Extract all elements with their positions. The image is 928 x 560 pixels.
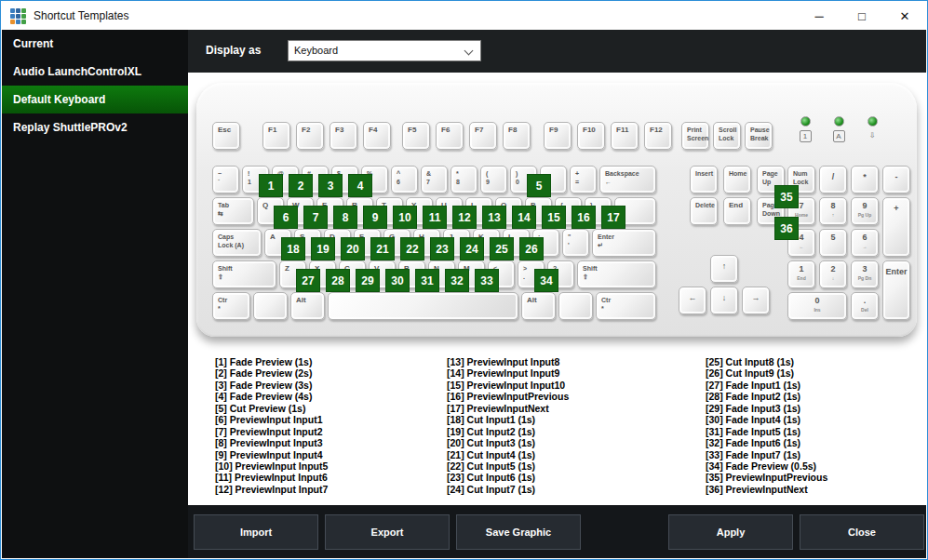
title-bar[interactable]: Shortcut Templates ─ □ ✕ <box>2 2 926 30</box>
shortcut-templates-window: Shortcut Templates ─ □ ✕ Current Audio L… <box>0 0 928 560</box>
key-symbol: ↑ <box>710 255 738 283</box>
key-f6: F6 <box>436 122 464 150</box>
led-symbol: A <box>833 130 845 142</box>
import-button[interactable]: Import <box>194 514 318 550</box>
shortcut-entry: [14] PreviewInput Input9 <box>447 367 569 379</box>
shortcut-entry: [12] PreviewInput Input7 <box>215 484 328 495</box>
sidebar-item-replay-shuttleprov2[interactable]: Replay ShuttlePROv2 <box>2 113 188 141</box>
shortcut-badge-17: 17 <box>601 206 625 229</box>
key-home: Home <box>723 166 751 193</box>
shortcut-badge-12: 12 <box>452 206 477 229</box>
shortcut-entry: [16] PreviewInputPrevious <box>447 391 569 402</box>
key-symbol: ↓ <box>710 287 738 314</box>
key-5: 5 <box>819 229 847 257</box>
shortcut-badge-6: 6 <box>274 206 298 229</box>
key-symbol: → <box>742 287 770 314</box>
shortcut-badge-18: 18 <box>281 237 305 260</box>
shortcut-entry: [10] PreviewInput Input5 <box>215 460 328 472</box>
shortcut-badge-35: 35 <box>774 185 799 208</box>
shortcut-entry: [32] Fade Input6 (1s) <box>706 437 827 448</box>
key-symbol: += <box>570 166 597 193</box>
shortcut-entry: [29] Fade Input3 (1s) <box>706 403 827 414</box>
shortcut-entry: [23] Cut Input6 (1s) <box>447 472 569 483</box>
key-f11: F11 <box>611 122 639 150</box>
shortcut-entry: [20] Cut Input3 (1s) <box>447 437 569 448</box>
apply-button[interactable]: Apply <box>668 514 793 550</box>
key-f7: F7 <box>469 122 497 150</box>
shortcut-badge-21: 21 <box>370 237 395 260</box>
shortcut-entry: [7] PreviewInput Input2 <box>215 426 328 437</box>
app-icon-square <box>16 8 20 13</box>
sidebar-item-default-keyboard[interactable]: Default Keyboard <box>2 86 188 113</box>
key-blank <box>328 292 518 320</box>
key-ctr: Ctr* <box>596 292 656 320</box>
key-backspace: Backspace← <box>599 166 656 193</box>
key-symbol: * <box>851 166 879 193</box>
display-as-label: Display as <box>206 44 261 57</box>
shortcut-badge-1: 1 <box>259 174 283 197</box>
key-end: End <box>723 197 751 225</box>
shortcut-entry: [36] PreviewInputNext <box>706 484 827 495</box>
shortcut-badge-25: 25 <box>490 237 514 260</box>
shortcut-badge-20: 20 <box>341 237 365 260</box>
shortcut-badge-7: 7 <box>303 206 328 229</box>
shortcut-badge-4: 4 <box>348 174 372 197</box>
key-3pgdn: 3Pg Dn <box>851 260 879 288</box>
sidebar-item-current[interactable]: Current <box>2 30 188 58</box>
shortcut-entry: [1] Fade Preview (1s) <box>215 356 328 367</box>
shortcut-entry: [2] Fade Preview (2s) <box>215 367 328 379</box>
key-del: .Del <box>851 292 879 320</box>
key-alt: Alt <box>290 292 325 320</box>
export-button[interactable]: Export <box>325 514 450 550</box>
close-icon[interactable]: ✕ <box>883 2 926 30</box>
key-insert: Insert <box>690 166 718 193</box>
shortcut-badge-22: 22 <box>400 237 424 260</box>
key-f4: F4 <box>363 122 391 150</box>
key-f9: F9 <box>544 122 572 150</box>
key-symbol: "' <box>562 229 589 257</box>
app-icon-square <box>10 20 15 24</box>
key-enter: Enter <box>882 260 910 320</box>
content-area: EscF1F2F3F4F5F6F7F8F9F10F11F12PrintScree… <box>188 73 926 508</box>
shortcut-entry: [17] PreviewInputNext <box>447 403 569 414</box>
key-f1: F1 <box>262 122 290 150</box>
led-symbol: 1 <box>800 130 812 142</box>
shortcut-badge-3: 3 <box>318 174 343 197</box>
key-f12: F12 <box>644 122 672 150</box>
key-9: (9 <box>480 166 507 193</box>
app-icon-square <box>21 20 26 24</box>
key-1end: 1End <box>787 260 815 288</box>
led-indicator-2: A <box>830 116 847 142</box>
save-graphic-button[interactable]: Save Graphic <box>456 514 581 550</box>
sidebar-item-audio-launchcontrolxl[interactable]: Audio LaunchControlXL <box>2 58 188 86</box>
key-alt: Alt <box>521 292 556 320</box>
key-symbol: + <box>882 197 910 257</box>
shortcut-badge-19: 19 <box>311 237 335 260</box>
shortcut-badge-8: 8 <box>333 206 357 229</box>
key-enter: Enter↵ <box>592 229 656 257</box>
led-indicator-3: ⇩ <box>864 116 881 140</box>
app-icon-square <box>16 20 20 24</box>
app-icon-square <box>10 14 15 19</box>
key-delete: Delete <box>690 197 718 225</box>
key-2: 2↓ <box>819 260 847 288</box>
app-icon-square <box>21 14 26 19</box>
close-button[interactable]: Close <box>800 514 924 550</box>
led-symbol: ⇩ <box>869 130 876 140</box>
app-icon-square <box>16 14 20 19</box>
shortcut-entry: [3] Fade Preview (3s) <box>215 380 328 391</box>
shortcut-badge-14: 14 <box>512 206 536 229</box>
key-0ins: 0Ins <box>787 292 847 320</box>
key-7: &7 <box>421 166 448 193</box>
shortcut-entry: [22] Cut Input5 (1s) <box>447 460 569 472</box>
minimize-icon[interactable]: ─ <box>798 2 841 30</box>
maximize-icon[interactable]: □ <box>841 2 883 30</box>
key-symbol: ← <box>679 287 706 314</box>
shortcut-entry: [4] Fade Preview (4s) <box>215 391 328 402</box>
shortcut-badge-26: 26 <box>519 237 544 260</box>
shortcut-badge-10: 10 <box>393 206 417 229</box>
shortcut-badge-29: 29 <box>356 269 380 292</box>
led-light-icon <box>867 116 878 127</box>
display-as-dropdown[interactable]: Keyboard <box>288 40 481 61</box>
shortcut-entry: [35] PreviewInputPrevious <box>706 472 827 483</box>
